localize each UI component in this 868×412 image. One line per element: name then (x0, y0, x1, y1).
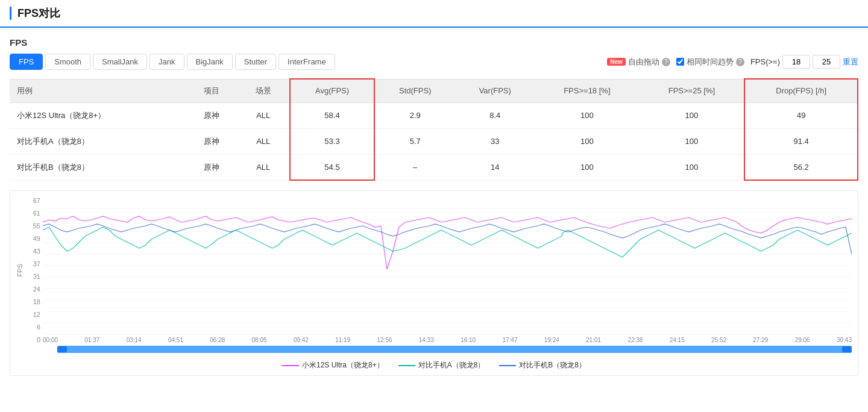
td-project-1: 原神 (186, 128, 237, 154)
td-avg-2: 54.5 (290, 154, 374, 180)
tab-smalljank[interactable]: SmallJank (93, 54, 147, 70)
td-fps25-1: 100 (639, 128, 744, 154)
page-container: FPS对比 FPS FPS Smooth SmallJank Jank BigJ… (0, 0, 868, 385)
th-std: Std(FPS) (374, 79, 455, 102)
th-usecase: 用例 (10, 79, 186, 102)
scrollbar-right-handle[interactable] (842, 346, 852, 352)
td-std-2: – (374, 154, 455, 180)
new-badge: New (607, 58, 626, 66)
th-drop: Drop(FPS) [/h] (744, 79, 858, 102)
legend-item-0: 小米12S Ultra（骁龙8+） (282, 360, 384, 370)
y-axis: 67 61 55 49 43 37 31 24 18 12 6 0 (26, 197, 43, 343)
sync-trend-checkbox[interactable] (676, 58, 684, 66)
td-std-0: 2.9 (374, 102, 455, 128)
table-row: 小米12S Ultra（骁龙8+） 原神 ALL 58.4 2.9 8.4 10… (10, 102, 858, 128)
td-project-0: 原神 (186, 102, 237, 128)
tab-smooth[interactable]: Smooth (45, 54, 90, 70)
x-axis: 00:00 01:37 03:14 04:51 06:28 08:05 09:4… (43, 336, 852, 343)
scrollbar-area (37, 346, 852, 353)
legend-label-0: 小米12S Ultra（骁龙8+） (302, 360, 384, 370)
chart-svg (43, 197, 852, 336)
td-var-0: 8.4 (455, 102, 535, 128)
td-var-1: 33 (455, 128, 535, 154)
free-drag-label: 自由拖动 (628, 57, 659, 67)
y-axis-label: FPS (16, 264, 24, 276)
fps-inputs: FPS(>=) 重置 (750, 55, 858, 69)
td-std-1: 5.7 (374, 128, 455, 154)
td-drop-0: 49 (744, 102, 858, 128)
tab-jank[interactable]: Jank (149, 54, 184, 70)
legend-item-2: 对比手机B（骁龙8） (499, 360, 586, 370)
table-header-row: 用例 项目 场景 Avg(FPS) Std(FPS) Var(FPS) FPS>… (10, 79, 858, 102)
th-fps25: FPS>=25 [%] (639, 79, 744, 102)
legend-label-2: 对比手机B（骁龙8） (519, 360, 586, 370)
page-header: FPS对比 (0, 0, 868, 28)
td-var-2: 14 (455, 154, 535, 180)
toolbar-right: New 自由拖动 ? 相同时间趋势 ? FPS(>=) 重置 (607, 55, 858, 69)
td-usecase-0: 小米12S Ultra（骁龙8+） (10, 102, 186, 128)
td-scene-0: ALL (237, 102, 290, 128)
td-fps18-1: 100 (535, 128, 639, 154)
fps-table: 用例 项目 场景 Avg(FPS) Std(FPS) Var(FPS) FPS>… (10, 78, 858, 181)
legend-line-blue (499, 365, 516, 366)
td-usecase-1: 对比手机A（骁龙8） (10, 128, 186, 154)
td-scene-2: ALL (237, 154, 290, 180)
th-scene: 场景 (237, 79, 290, 102)
free-drag-item: New 自由拖动 ? (607, 57, 670, 67)
td-scene-1: ALL (237, 128, 290, 154)
sync-trend-label: 相同时间趋势 (687, 57, 734, 67)
scrollbar-left-handle[interactable] (57, 346, 67, 352)
legend-item-1: 对比手机A（骁龙8） (398, 360, 485, 370)
chart-inner: 00:00 01:37 03:14 04:51 06:28 08:05 09:4… (43, 197, 852, 343)
table-row: 对比手机B（骁龙8） 原神 ALL 54.5 – 14 100 100 56.2 (10, 154, 858, 180)
td-project-2: 原神 (186, 154, 237, 180)
td-avg-0: 58.4 (290, 102, 374, 128)
th-project: 项目 (186, 79, 237, 102)
td-fps25-2: 100 (639, 154, 744, 180)
chart-legend: 小米12S Ultra（骁龙8+） 对比手机A（骁龙8） 对比手机B（骁龙8） (16, 355, 852, 375)
td-fps18-2: 100 (535, 154, 639, 180)
td-fps18-0: 100 (535, 102, 639, 128)
td-drop-2: 56.2 (744, 154, 858, 180)
table-row: 对比手机A（骁龙8） 原神 ALL 53.3 5.7 33 100 100 91… (10, 128, 858, 154)
td-avg-1: 53.3 (290, 128, 374, 154)
fps-input-18[interactable] (782, 55, 810, 69)
tab-stutter[interactable]: Stutter (235, 54, 276, 70)
page-title: FPS对比 (17, 6, 60, 20)
td-fps25-0: 100 (639, 102, 744, 128)
th-fps18: FPS>=18 [%] (535, 79, 639, 102)
tabs-toolbar: FPS Smooth SmallJank Jank BigJank Stutte… (10, 54, 858, 70)
main-content: FPS FPS Smooth SmallJank Jank BigJank St… (0, 28, 868, 385)
reset-button[interactable]: 重置 (843, 57, 858, 67)
fps-label: FPS(>=) (750, 57, 780, 66)
section-title: FPS (10, 37, 858, 48)
chart-area: FPS 67 61 55 49 43 37 31 24 18 12 6 0 (10, 190, 858, 376)
fps-input-25[interactable] (813, 55, 840, 69)
sync-trend-item: 相同时间趋势 ? (676, 57, 744, 67)
tab-fps[interactable]: FPS (10, 54, 43, 70)
chart-wrapper: FPS 67 61 55 49 43 37 31 24 18 12 6 0 (16, 197, 852, 343)
td-drop-1: 91.4 (744, 128, 858, 154)
tab-bigjank[interactable]: BigJank (187, 54, 233, 70)
th-avg: Avg(FPS) (290, 79, 374, 102)
td-usecase-2: 对比手机B（骁龙8） (10, 154, 186, 180)
free-drag-help-icon[interactable]: ? (662, 58, 670, 66)
legend-line-green (398, 365, 415, 366)
title-bar-decoration (10, 7, 11, 20)
sync-trend-help-icon[interactable]: ? (736, 58, 744, 66)
legend-line-purple (282, 365, 299, 366)
legend-label-1: 对比手机A（骁龙8） (418, 360, 485, 370)
tab-interframe[interactable]: InterFrame (278, 54, 335, 70)
scrollbar-track[interactable] (57, 346, 852, 353)
th-var: Var(FPS) (455, 79, 535, 102)
